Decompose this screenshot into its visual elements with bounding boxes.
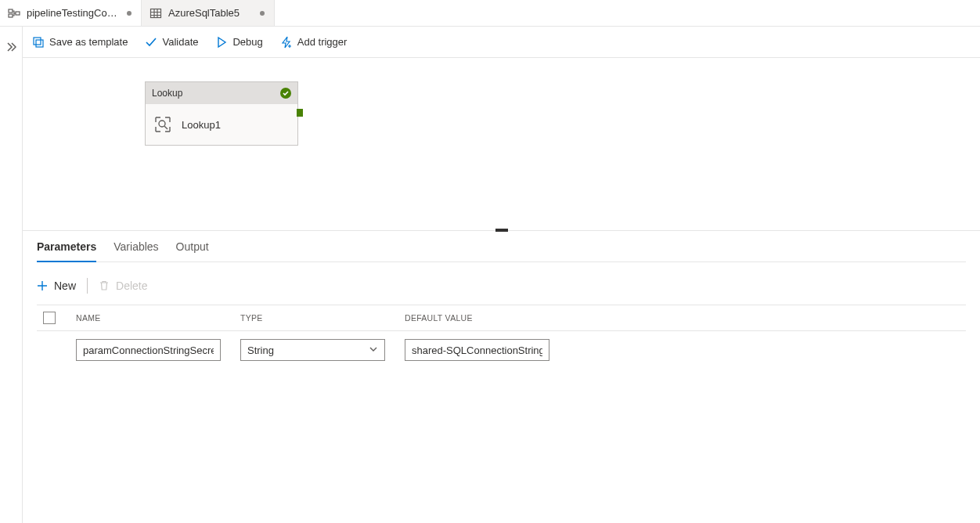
details-panel: Parameters Variables Output New <box>23 230 980 523</box>
lightning-icon <box>280 36 293 49</box>
svg-point-6 <box>159 121 165 127</box>
toolbar-label: Debug <box>232 36 262 48</box>
dirty-dot-icon <box>127 11 132 16</box>
button-label: Delete <box>116 280 147 292</box>
toolbar-label: Save as template <box>49 36 128 48</box>
lookup-icon <box>153 115 172 134</box>
parameter-type-select[interactable]: String <box>240 339 385 361</box>
svg-rect-0 <box>9 9 13 13</box>
delete-parameter-button[interactable]: Delete <box>99 280 147 292</box>
activity-output-connector[interactable] <box>297 109 303 117</box>
activity-body: Lookup1 <box>146 104 297 145</box>
svg-rect-2 <box>16 12 20 15</box>
select-all-checkbox[interactable] <box>43 312 56 324</box>
table-row: String <box>37 331 966 369</box>
activity-header: Lookup <box>146 82 297 104</box>
tab-parameters[interactable]: Parameters <box>37 233 96 262</box>
divider <box>87 278 88 294</box>
svg-rect-5 <box>36 40 43 47</box>
play-icon <box>215 36 228 49</box>
tab-label: AzureSqlTable5 <box>168 7 240 19</box>
plus-icon <box>37 280 48 291</box>
tab-variables[interactable]: Variables <box>113 233 158 262</box>
toolbar-label: Validate <box>162 36 198 48</box>
parameter-name-input[interactable] <box>76 339 221 361</box>
validate-button[interactable]: Validate <box>145 36 198 49</box>
parameters-toolbar: New Delete <box>37 278 966 294</box>
button-label: New <box>54 280 76 292</box>
toolbar-label: Add trigger <box>297 36 348 48</box>
activity-lookup-node[interactable]: Lookup Lookup1 <box>145 81 298 146</box>
column-type: TYPE <box>240 313 397 323</box>
panel-tabs: Parameters Variables Output <box>37 231 966 262</box>
panel-tab-label: Parameters <box>37 240 96 253</box>
parameters-table: NAME TYPE DEFAULT VALUE String <box>37 305 966 369</box>
tab-pipeline[interactable]: pipelineTestingCom… <box>0 0 142 26</box>
tab-label: pipelineTestingCom… <box>27 7 121 19</box>
table-header-row: NAME TYPE DEFAULT VALUE <box>37 305 966 331</box>
pipeline-icon <box>8 7 20 20</box>
column-default-value: DEFAULT VALUE <box>405 313 561 323</box>
panel-drag-handle[interactable] <box>495 229 508 232</box>
tab-output[interactable]: Output <box>176 233 209 262</box>
tab-strip: pipelineTestingCom… AzureSqlTable5 <box>0 0 980 27</box>
column-name: NAME <box>76 313 232 323</box>
panel-tab-label: Output <box>176 240 209 253</box>
tab-azuresqltable[interactable]: AzureSqlTable5 <box>142 0 275 26</box>
svg-rect-4 <box>34 38 41 45</box>
activity-type-label: Lookup <box>152 88 182 99</box>
parameter-default-value-input[interactable] <box>405 339 549 361</box>
trash-icon <box>99 280 110 291</box>
svg-rect-1 <box>9 14 13 17</box>
save-template-icon <box>32 36 45 49</box>
selected-value: String <box>247 344 274 356</box>
collapse-sidebar-button[interactable] <box>0 31 22 63</box>
toolbar: Save as template Validate Debug <box>23 27 980 58</box>
check-icon <box>145 36 157 49</box>
activity-name-label: Lookup1 <box>182 119 221 131</box>
add-trigger-button[interactable]: Add trigger <box>280 36 348 49</box>
table-icon <box>150 7 162 20</box>
chevron-double-right-icon <box>5 41 16 52</box>
dirty-dot-icon <box>260 11 265 16</box>
editor-area: Save as template Validate Debug <box>22 27 980 523</box>
debug-button[interactable]: Debug <box>215 36 262 49</box>
canvas[interactable]: Lookup Lookup1 <box>23 58 980 230</box>
status-success-icon <box>280 88 291 99</box>
chevron-down-icon <box>369 344 378 356</box>
svg-rect-3 <box>151 9 161 17</box>
new-parameter-button[interactable]: New <box>37 280 76 292</box>
save-as-template-button[interactable]: Save as template <box>32 36 128 49</box>
panel-tab-label: Variables <box>113 240 158 253</box>
